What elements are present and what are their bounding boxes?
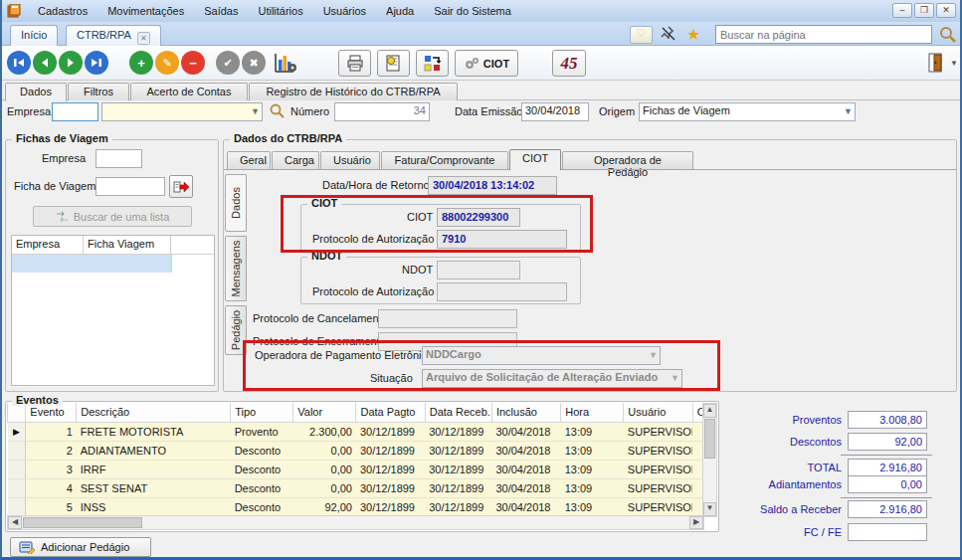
table-cell[interactable]: SUPERVISOR xyxy=(624,460,692,478)
table-cell[interactable]: ADIANTAMENTO xyxy=(77,441,231,460)
empresa-code-input[interactable] xyxy=(52,102,98,121)
table-cell[interactable]: 13:09 xyxy=(561,460,624,478)
table-cell[interactable]: 4 xyxy=(26,478,77,497)
ficha-de-viagem-input[interactable] xyxy=(96,177,165,196)
table-row[interactable]: ▶1FRETE MOTORISTAProvento2.300,0030/12/1… xyxy=(8,422,707,441)
fichas-empresa-input[interactable] xyxy=(96,149,142,168)
table-cell[interactable]: 30/04/2018 xyxy=(491,460,560,478)
numero-field[interactable]: 34 xyxy=(334,102,430,121)
table-cell[interactable]: 30/12/1899 xyxy=(356,422,425,441)
tab-ctrb-rpa[interactable]: CTRB/RPA✕ xyxy=(66,25,161,46)
cancel-button[interactable]: ✖ xyxy=(241,50,267,76)
delete-record-button[interactable]: − xyxy=(180,50,206,76)
table-row[interactable]: 3IRRFDesconto0,0030/12/189930/12/189930/… xyxy=(8,460,707,478)
fichas-grid[interactable]: Empresa Ficha Viagem xyxy=(11,235,215,386)
table-cell[interactable]: 2.300,00 xyxy=(293,422,356,441)
table-cell[interactable]: 13:09 xyxy=(561,478,624,497)
menu-saidas[interactable]: Saídas xyxy=(194,2,248,20)
empresa-search-icon[interactable] xyxy=(269,102,286,119)
search-icon[interactable] xyxy=(938,25,957,44)
logo-45-button[interactable]: 45 xyxy=(552,50,586,77)
first-record-button[interactable] xyxy=(6,50,32,76)
exit-door-icon[interactable] xyxy=(922,50,948,76)
table-cell[interactable]: Desconto xyxy=(231,441,293,460)
last-record-button[interactable] xyxy=(84,50,109,76)
table-cell[interactable]: Desconto xyxy=(231,460,293,478)
confirm-button[interactable]: ✔ xyxy=(215,50,241,76)
table-cell[interactable]: 92,00 xyxy=(293,497,356,516)
tab-operadora-pedagio[interactable]: Operadora de Pedágio xyxy=(562,151,693,169)
table-cell[interactable]: 30/12/1899 xyxy=(356,441,425,460)
menu-ajuda[interactable]: Ajuda xyxy=(376,2,424,20)
fichas-selected-row[interactable] xyxy=(12,255,172,273)
print-button[interactable] xyxy=(338,50,371,77)
table-row[interactable]: 4SEST SENATDesconto0,0030/12/189930/12/1… xyxy=(8,478,707,497)
menu-movimentacoes[interactable]: Movimentações xyxy=(97,2,194,20)
table-cell[interactable]: SUPERVISOR xyxy=(624,497,692,516)
table-cell[interactable]: 30/12/1899 xyxy=(425,478,491,497)
tab-filtros[interactable]: Filtros xyxy=(68,83,129,100)
menu-utilitarios[interactable]: Utilitários xyxy=(248,2,312,20)
menu-usuarios[interactable]: Usuários xyxy=(313,2,376,20)
ciot-button[interactable]: CIOT xyxy=(455,50,518,77)
tab-acerto-de-contas[interactable]: Acerto de Contas xyxy=(130,83,248,100)
table-cell[interactable]: SEST SENAT xyxy=(77,478,231,497)
tab-registro-historico[interactable]: Registro de Histórico do CTRB/RPA xyxy=(249,83,458,100)
scroll-down-icon[interactable]: ▼ xyxy=(703,502,716,516)
tab-usuario[interactable]: Usuário xyxy=(320,151,380,169)
chart-settings-icon[interactable] xyxy=(271,50,300,76)
table-cell[interactable]: 0,00 xyxy=(293,478,356,497)
restore-button[interactable]: ❐ xyxy=(914,3,934,18)
report-button[interactable] xyxy=(377,50,410,77)
data-emissao-field[interactable]: 30/04/2018 xyxy=(521,102,589,121)
table-row[interactable]: 2ADIANTAMENTODesconto0,0030/12/189930/12… xyxy=(8,441,707,460)
tab-geral[interactable]: Geral xyxy=(227,151,271,169)
table-cell[interactable]: 13:09 xyxy=(561,422,624,441)
table-cell[interactable]: 30/12/1899 xyxy=(425,441,491,460)
table-cell[interactable]: 30/12/1899 xyxy=(425,422,491,441)
scroll-left-icon[interactable]: ◀ xyxy=(8,516,22,529)
table-cell[interactable]: SUPERVISOR xyxy=(624,422,692,441)
eventos-hscrollbar[interactable]: ◀ ▶ xyxy=(7,515,704,530)
transfer-button[interactable] xyxy=(416,50,449,77)
favorites-toggle-button[interactable]: ♡ xyxy=(630,26,653,44)
table-cell[interactable]: 1 xyxy=(26,422,77,441)
scroll-up-icon[interactable]: ▲ xyxy=(703,404,716,418)
tab-fatura-comprovante[interactable]: Fatura/Comprovante xyxy=(381,151,508,169)
tab-inicio[interactable]: Início xyxy=(10,25,58,46)
adicionar-pedagio-button[interactable]: Adicionar Pedágio xyxy=(10,537,151,557)
table-cell[interactable]: 5 xyxy=(26,497,77,516)
table-row[interactable]: 5INSSDesconto92,0030/12/189930/12/189930… xyxy=(8,497,707,516)
menu-sair[interactable]: Sair do Sistema xyxy=(424,2,521,20)
side-tab-dados[interactable]: Dados xyxy=(225,174,247,232)
table-cell[interactable]: IRRF xyxy=(77,460,231,478)
table-cell[interactable]: 3 xyxy=(26,460,77,478)
previous-record-button[interactable] xyxy=(32,50,58,76)
edit-record-button[interactable]: ✎ xyxy=(154,50,180,76)
minimize-button[interactable]: – xyxy=(892,3,912,18)
search-input[interactable] xyxy=(715,25,932,44)
buscar-de-uma-lista-button[interactable]: Buscar de uma lista xyxy=(33,206,192,227)
table-cell[interactable]: 30/12/1899 xyxy=(425,460,491,478)
scroll-right-icon[interactable]: ▶ xyxy=(689,516,703,529)
tab-carga[interactable]: Carga xyxy=(272,151,319,169)
origem-combo[interactable]: Fichas de Viagem ▼ xyxy=(639,102,856,121)
next-record-button[interactable] xyxy=(58,50,84,76)
table-cell[interactable]: 30/12/1899 xyxy=(356,478,425,497)
table-cell[interactable]: SUPERVISOR xyxy=(624,478,692,497)
close-button[interactable]: ✕ xyxy=(936,3,956,18)
table-cell[interactable]: 0,00 xyxy=(293,460,356,478)
tab-dados[interactable]: Dados xyxy=(5,83,67,101)
table-cell[interactable]: 0,00 xyxy=(293,441,356,460)
add-record-button[interactable]: + xyxy=(128,50,154,76)
table-cell[interactable]: 30/04/2018 xyxy=(491,441,560,460)
table-cell[interactable]: Desconto xyxy=(231,478,293,497)
side-tab-pedagio[interactable]: Pedágio xyxy=(225,305,247,355)
table-cell[interactable]: 30/12/1899 xyxy=(356,497,425,516)
table-cell[interactable]: FRETE MOTORISTA xyxy=(77,422,231,441)
table-cell[interactable]: 13:09 xyxy=(561,441,624,460)
menu-cadastros[interactable]: Cadastros xyxy=(28,2,97,20)
side-tab-mensagens[interactable]: Mensagens xyxy=(225,236,247,301)
table-cell[interactable]: INSS xyxy=(77,497,231,516)
tab-ciot[interactable]: CIOT xyxy=(509,149,561,170)
